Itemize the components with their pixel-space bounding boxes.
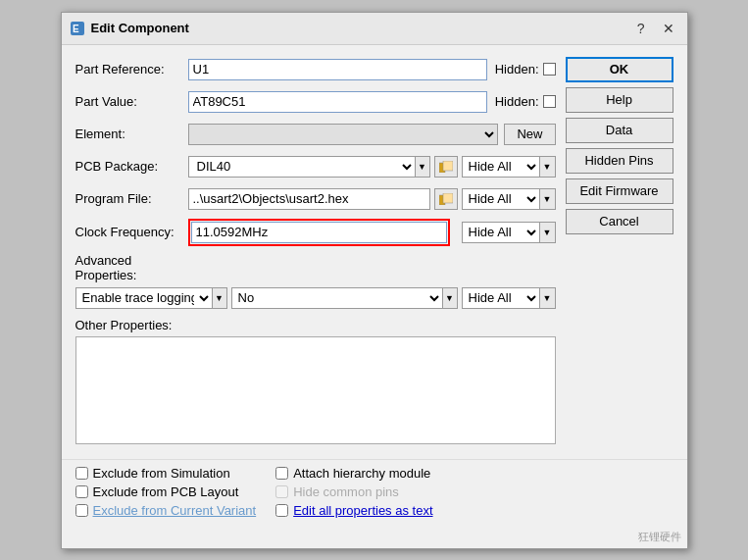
advanced-selects-area: Enable trace logging ▼ No Yes ▼ Hide A (75, 287, 556, 309)
exclude-pcb-checkbox[interactable] (75, 485, 88, 498)
attach-hierarchy-checkbox[interactable] (275, 467, 288, 480)
hidden-pins-button[interactable]: Hidden Pins (566, 148, 673, 174)
part-reference-input[interactable] (188, 59, 487, 80)
part-reference-input-area (188, 59, 487, 80)
hide-common-pins-label: Hide common pins (293, 484, 399, 499)
program-file-input[interactable] (188, 188, 430, 210)
other-properties-label: Other Properties: (75, 318, 556, 332)
part-reference-hidden-area: Hidden: (495, 62, 556, 76)
program-file-row: Program File: Hide All Show All (75, 186, 556, 212)
cancel-button[interactable]: Cancel (566, 209, 673, 234)
clock-hide-arrow[interactable]: ▼ (540, 222, 556, 243)
part-reference-hidden-checkbox[interactable] (543, 63, 556, 76)
edit-all-properties-checkbox[interactable] (275, 504, 288, 517)
main-content: Part Reference: Hidden: Part Value: (62, 45, 687, 459)
svg-rect-5 (443, 193, 453, 203)
other-properties-textarea[interactable] (75, 336, 556, 444)
program-hide-arrow[interactable]: ▼ (540, 188, 556, 210)
advanced-selects-row: Enable trace logging ▼ No Yes ▼ Hide A (75, 285, 556, 311)
left-checkbox-col: Exclude from Simulation Exclude from PCB… (75, 466, 257, 518)
clock-frequency-input-area: Hide All Show All ▼ (188, 219, 556, 246)
left-panel: Part Reference: Hidden: Part Value: (75, 57, 556, 447)
advanced-hide-combo: Hide All Show All ▼ (462, 287, 556, 309)
part-value-input[interactable] (188, 91, 487, 113)
right-panel: OK Help Data Hidden Pins Edit Firmware C… (566, 57, 673, 447)
program-hide-select[interactable]: Hide All Show All (462, 188, 540, 210)
pcb-package-dropdown-arrow[interactable]: ▼ (415, 156, 430, 178)
pcb-package-row: PCB Package: DIL40 ▼ (75, 154, 556, 179)
pcb-hide-combo: Hide All Show All ▼ (462, 156, 556, 178)
part-reference-row: Part Reference: Hidden: (75, 57, 556, 82)
help-button[interactable]: Help (566, 87, 673, 113)
part-value-row: Part Value: Hidden: (75, 89, 556, 115)
element-row: Element: New (75, 122, 556, 147)
svg-text:E: E (73, 24, 79, 34)
help-icon-button[interactable]: ? (632, 19, 650, 38)
advanced-value-select[interactable]: No Yes (231, 287, 442, 309)
attach-hierarchy-label: Attach hierarchy module (293, 466, 430, 481)
exclude-pcb-label: Exclude from PCB Layout (93, 484, 239, 499)
dialog-icon: E (70, 21, 85, 36)
exclude-variant-label: Exclude from Current Variant (93, 503, 257, 518)
data-button[interactable]: Data (566, 118, 673, 143)
program-file-browse-button[interactable] (434, 188, 458, 210)
close-button[interactable]: ✕ (658, 19, 679, 38)
attach-hierarchy-item: Attach hierarchy module (275, 466, 432, 481)
advanced-property-combo: Enable trace logging ▼ (75, 287, 227, 309)
pcb-package-browse-button[interactable] (434, 156, 458, 178)
part-value-hidden-area: Hidden: (495, 94, 556, 109)
browse-icon (439, 161, 453, 173)
clock-input-wrapper (188, 219, 450, 246)
edit-firmware-button[interactable]: Edit Firmware (566, 178, 673, 204)
browse-file-icon (439, 193, 453, 205)
hide-common-pins-checkbox[interactable] (275, 485, 288, 498)
advanced-properties-row: Advanced Properties: (75, 253, 556, 282)
edit-component-dialog: E Edit Component ? ✕ Part Reference: Hid… (61, 12, 688, 549)
clock-hide-select[interactable]: Hide All Show All (462, 222, 540, 243)
advanced-hide-arrow[interactable]: ▼ (540, 287, 556, 309)
pcb-hide-arrow[interactable]: ▼ (540, 156, 556, 178)
advanced-property-select[interactable]: Enable trace logging (75, 287, 212, 309)
bottom-section: Exclude from Simulation Exclude from PCB… (62, 459, 687, 528)
advanced-property-arrow[interactable]: ▼ (212, 287, 227, 309)
advanced-properties-label: Advanced Properties: (75, 253, 188, 282)
part-value-hidden-label: Hidden: (495, 94, 539, 109)
svg-rect-3 (443, 161, 453, 171)
pcb-hide-select[interactable]: Hide All Show All (462, 156, 540, 178)
pcb-package-input-area: DIL40 ▼ Hide All Show All (188, 156, 556, 178)
watermark: 狂锂硬件 (62, 528, 687, 548)
part-reference-hidden-label: Hidden: (495, 62, 539, 76)
element-input-area: New (188, 124, 556, 145)
exclude-variant-item: Exclude from Current Variant (75, 503, 257, 518)
pcb-package-select[interactable]: DIL40 (188, 156, 415, 178)
element-select[interactable] (188, 124, 499, 145)
exclude-pcb-item: Exclude from PCB Layout (75, 484, 257, 499)
right-checkbox-col: Attach hierarchy module Hide common pins… (275, 466, 432, 518)
dialog-title: Edit Component (91, 21, 189, 35)
clock-frequency-label: Clock Frequency: (75, 225, 188, 239)
edit-all-properties-item: Edit all properties as text (275, 503, 432, 518)
program-file-input-area: Hide All Show All ▼ (188, 188, 556, 210)
advanced-value-combo: No Yes ▼ (231, 287, 458, 309)
exclude-simulation-label: Exclude from Simulation (93, 466, 230, 481)
new-button[interactable]: New (504, 124, 555, 145)
title-bar-right: ? ✕ (632, 19, 679, 38)
ok-button[interactable]: OK (566, 57, 673, 82)
hide-common-pins-item: Hide common pins (275, 484, 432, 499)
other-properties-area (75, 336, 556, 447)
advanced-value-arrow[interactable]: ▼ (442, 287, 458, 309)
program-file-label: Program File: (75, 191, 188, 206)
clock-frequency-input[interactable] (191, 222, 447, 243)
part-value-input-area (188, 91, 487, 113)
title-bar-left: E Edit Component (70, 21, 189, 36)
checkboxes-row: Exclude from Simulation Exclude from PCB… (75, 466, 673, 518)
exclude-variant-checkbox[interactable] (75, 504, 88, 517)
part-reference-label: Part Reference: (75, 62, 188, 76)
pcb-package-combo: DIL40 ▼ (188, 156, 430, 178)
edit-all-properties-label: Edit all properties as text (293, 503, 432, 518)
advanced-hide-select[interactable]: Hide All Show All (462, 287, 540, 309)
exclude-simulation-checkbox[interactable] (75, 467, 88, 480)
clock-hide-combo: Hide All Show All ▼ (462, 222, 556, 243)
part-value-hidden-checkbox[interactable] (543, 95, 556, 108)
part-value-label: Part Value: (75, 94, 188, 109)
